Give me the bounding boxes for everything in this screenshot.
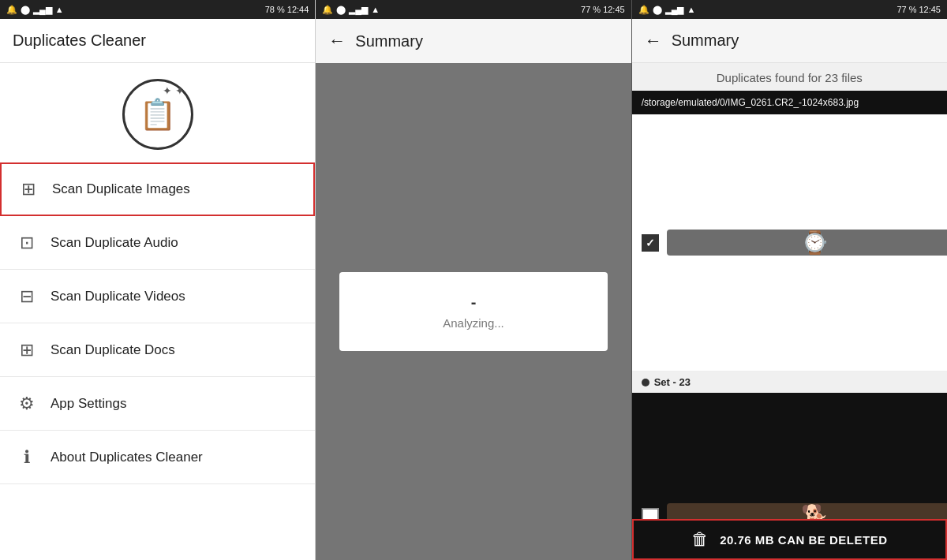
panel3-title: Summary xyxy=(672,32,739,50)
trash-icon: 🗑 xyxy=(691,529,709,550)
file-dark-row-1: /storage/emulated/0/IMG_0261.CR2_-1024x6… xyxy=(632,91,947,114)
status-left-3: 🔔 ⬤ ▂▄▆ ▲ xyxy=(638,5,696,15)
bluetooth-icon-2: ⬤ xyxy=(336,5,346,15)
dog-emoji-2: 🐕 xyxy=(801,503,829,519)
scan-audio-label: Scan Duplicate Audio xyxy=(51,235,178,251)
time-3: 12:45 xyxy=(919,5,941,14)
scan-images-icon: ⊞ xyxy=(17,179,39,200)
set-23-text: Set - 23 xyxy=(654,376,691,388)
signal-icon: ▂▄▆ xyxy=(33,5,52,15)
signal-icon-3: ▂▄▆ xyxy=(665,5,684,15)
status-left-2: 🔔 ⬤ ▂▄▆ ▲ xyxy=(322,5,380,15)
doc-icon: 📋 xyxy=(139,97,176,132)
scan-audio-icon: ⊡ xyxy=(16,233,38,253)
panel2-title: Summary xyxy=(355,32,423,50)
file-light-row-1[interactable]: ⌚ IMG_0261.CR2_-1024x683.jpg Size: 64 KB… xyxy=(632,114,947,371)
panel-analyzing: 🔔 ⬤ ▂▄▆ ▲ 77 % 12:45 ← Summary - Analyzi… xyxy=(316,0,631,560)
panel3-body: Duplicates found for 23 files /storage/e… xyxy=(632,63,947,519)
scan-docs-label: Scan Duplicate Docs xyxy=(51,342,175,358)
analyzing-dot: - xyxy=(471,294,477,310)
about-icon: ℹ xyxy=(16,447,38,468)
back-button-2[interactable]: ← xyxy=(328,31,346,51)
notification-icon: 🔔 xyxy=(6,5,17,15)
file-checkbox-1[interactable] xyxy=(642,234,659,252)
about-label: About Duplicates Cleaner xyxy=(51,450,203,465)
status-right-1: 78 % 12:44 xyxy=(265,5,309,14)
status-bar-2: 🔔 ⬤ ▂▄▆ ▲ 77 % 12:45 xyxy=(316,0,631,19)
scan-videos-label: Scan Duplicate Videos xyxy=(51,289,185,304)
analyzing-card: - Analyzing... xyxy=(339,272,608,351)
battery-text-1: 78 % xyxy=(265,5,285,14)
duplicates-found-header: Duplicates found for 23 files xyxy=(632,63,947,91)
status-right-2: 77 % 12:45 xyxy=(581,5,625,14)
settings-icon: ⚙ xyxy=(16,394,38,414)
set-23-label: Set - 23 xyxy=(632,371,947,393)
delete-bar-text: 20.76 MB CAN BE DELETED xyxy=(720,533,887,547)
panel2-header: ← Summary xyxy=(316,19,631,63)
app-title: Duplicates Cleaner xyxy=(13,32,146,50)
status-bar-3: 🔔 ⬤ ▂▄▆ ▲ 77 % 12:45 xyxy=(632,0,947,19)
battery-text-2: 77 % xyxy=(581,5,601,14)
time-2: 12:45 xyxy=(603,5,625,14)
battery-text-3: 77 % xyxy=(896,5,916,14)
status-left-1: 🔔 ⬤ ▂▄▆ ▲ xyxy=(6,5,64,15)
file-dark-row-2: 🐕 IMG_20181126_174240372~2.jpg Size: 1.2… xyxy=(632,393,947,519)
app-logo: ✦ ✦ 📋 xyxy=(122,79,193,150)
status-right-3: 77 % 12:45 xyxy=(896,5,941,14)
file-checkbox-2[interactable] xyxy=(642,508,659,520)
app-logo-area: ✦ ✦ 📋 xyxy=(0,63,315,162)
status-bar-1: 🔔 ⬤ ▂▄▆ ▲ 78 % 12:44 xyxy=(0,0,315,19)
panel2-body: - Analyzing... xyxy=(316,63,631,560)
notification-icon-2: 🔔 xyxy=(322,5,333,15)
duplicates-found-text: Duplicates found for 23 files xyxy=(717,71,863,84)
scan-images-label: Scan Duplicate Images xyxy=(52,181,190,197)
menu-item-scan-videos[interactable]: ⊟ Scan Duplicate Videos xyxy=(0,270,315,323)
panel-summary: 🔔 ⬤ ▂▄▆ ▲ 77 % 12:45 ← Summary Duplicate… xyxy=(632,0,947,560)
analyzing-text: Analyzing... xyxy=(443,316,504,330)
panel3-header: ← Summary xyxy=(632,19,947,63)
file-thumb-2: 🐕 xyxy=(667,503,947,519)
wifi-icon: ▲ xyxy=(55,5,64,14)
bluetooth-icon-3: ⬤ xyxy=(653,5,662,15)
settings-label: App Settings xyxy=(51,396,126,412)
wifi-icon-2: ▲ xyxy=(371,5,380,14)
wifi-icon-3: ▲ xyxy=(687,5,695,14)
file-thumb-1: ⌚ xyxy=(667,230,947,256)
menu-item-scan-docs[interactable]: ⊞ Scan Duplicate Docs xyxy=(0,323,315,377)
panel-menu: 🔔 ⬤ ▂▄▆ ▲ 78 % 12:44 Duplicates Cleaner … xyxy=(0,0,316,560)
set-dot xyxy=(642,379,649,386)
time-1: 12:44 xyxy=(287,5,309,14)
file-dark-path-1: /storage/emulated/0/IMG_0261.CR2_-1024x6… xyxy=(642,97,859,108)
menu-item-scan-audio[interactable]: ⊡ Scan Duplicate Audio xyxy=(0,216,315,270)
scan-videos-icon: ⊟ xyxy=(16,286,38,307)
signal-icon-2: ▂▄▆ xyxy=(349,5,368,15)
menu-item-about[interactable]: ℹ About Duplicates Cleaner xyxy=(0,431,315,484)
menu-item-scan-images[interactable]: ⊞ Scan Duplicate Images xyxy=(0,162,315,216)
sparkle-icon: ✦ ✦ xyxy=(163,84,185,97)
notification-icon-3: 🔔 xyxy=(638,5,649,15)
app-header: Duplicates Cleaner xyxy=(0,19,315,63)
bluetooth-icon: ⬤ xyxy=(21,5,30,15)
menu-item-settings[interactable]: ⚙ App Settings xyxy=(0,377,315,431)
back-button-3[interactable]: ← xyxy=(645,31,662,51)
delete-bar[interactable]: 🗑 20.76 MB CAN BE DELETED xyxy=(632,519,947,560)
scan-docs-icon: ⊞ xyxy=(16,340,38,360)
watch-emoji: ⌚ xyxy=(801,230,829,256)
